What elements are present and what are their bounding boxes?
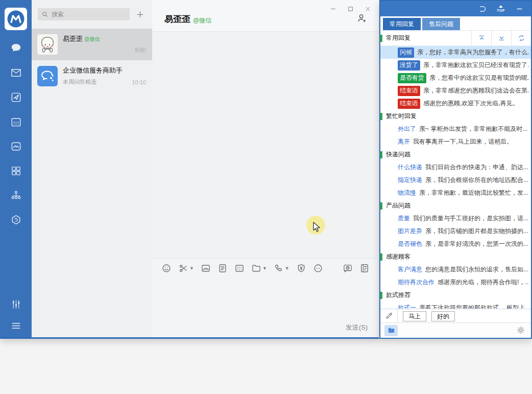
moments-icon[interactable]: [9, 140, 22, 153]
chat-title-tag: @微信: [193, 16, 211, 25]
quick-reply-item[interactable]: 期待再次合作感谢亲的光临，期待再合作啦!，...: [380, 276, 531, 289]
chevron-down-icon: ▼: [262, 266, 267, 271]
cartoon-cat-avatar: [37, 34, 58, 55]
quick-reply-item[interactable]: 外出了亲~ 掌柜外出发货，非常抱歉不能及时...: [380, 123, 531, 135]
org-chart-icon[interactable]: [9, 189, 22, 202]
calendar-icon[interactable]: [9, 115, 22, 128]
reply-label-link[interactable]: 什么快递: [398, 163, 422, 172]
group-green-bar: [380, 151, 382, 158]
image-icon[interactable]: [201, 263, 211, 273]
reply-preview-text: 我们的质量与手工很好的，是实拍图，请...: [413, 214, 528, 223]
quick-reply-item[interactable]: 指定快递亲，我们会根据你所在的地址匹配合...: [380, 174, 531, 187]
reply-preview-text: 我们目前合作的快递为：申通、韵达...: [425, 163, 528, 172]
search-input[interactable]: [38, 8, 130, 20]
pencil-icon[interactable]: [380, 309, 398, 322]
gear-icon[interactable]: [516, 325, 527, 336]
more-circle-icon[interactable]: [313, 263, 323, 273]
chat-list-item[interactable]: 易歪歪@微信 刚刚: [32, 29, 152, 60]
chat-list-panel: 易歪歪@微信 刚刚 企业微信服务商助手 本周问答精选 10:10: [32, 0, 152, 337]
apps-grid-icon[interactable]: [9, 164, 22, 177]
emoji-icon[interactable]: [161, 263, 172, 273]
magnet-pin-icon[interactable]: [476, 3, 489, 15]
reply-label-link[interactable]: 是否褪色: [398, 240, 422, 248]
refresh-icon[interactable]: [511, 31, 531, 45]
maximize-icon[interactable]: [344, 3, 356, 14]
panel-minimize-icon[interactable]: [513, 3, 526, 15]
plugin-box-icon[interactable]: [9, 213, 22, 226]
top-pin-label: TOP: [497, 9, 505, 12]
chat-bubble-icon[interactable]: [9, 41, 22, 55]
quick-reply-item[interactable]: 款式一亲看下这款跟您要的那款款式， 板型上...: [380, 302, 531, 309]
quick-reply-item[interactable]: 是否褪色亲，是非常好清洗的，您第一次洗的...: [380, 238, 531, 250]
chat-list-item[interactable]: 企业微信服务商助手 本周问答精选 10:10: [32, 60, 152, 92]
file-doc-icon[interactable]: [217, 263, 228, 273]
quick-reply-item[interactable]: 结束语感谢您的惠顾,欢迎下次光临,再见。: [380, 97, 531, 110]
chevron-down-icon: ▼: [189, 266, 194, 271]
plus-icon[interactable]: [134, 8, 146, 20]
reply-group-header[interactable]: 快递问题: [380, 148, 531, 161]
reply-label-link[interactable]: 客户满意: [398, 265, 422, 274]
reply-label-link[interactable]: 指定快递: [398, 176, 422, 184]
reply-label-link[interactable]: 图片差异: [398, 227, 422, 236]
search-field[interactable]: [52, 11, 126, 18]
yiwaiwai-logo-icon[interactable]: [5, 8, 27, 30]
reply-group-header[interactable]: 款式推荐: [380, 289, 531, 302]
chat-message-area[interactable]: [152, 32, 379, 258]
workbench-icon[interactable]: [9, 90, 22, 104]
quick-chip[interactable]: 好的: [431, 311, 455, 321]
tab-售后问题[interactable]: 售后问题: [422, 18, 460, 30]
reply-group-header[interactable]: 感谢顾客: [380, 250, 531, 263]
reply-group-header[interactable]: 产品问题: [380, 199, 531, 212]
reply-preview-text: 亲看下这款跟您要的那款款式， 板型上...: [419, 304, 529, 309]
reply-preview-text: 感谢您的惠顾,欢迎下次光临,再见。: [423, 99, 519, 108]
expand-all-icon[interactable]: [491, 31, 511, 45]
send-button[interactable]: 发送(S): [346, 323, 368, 332]
reply-preview-text: 亲，我们会根据你所在的地址匹配合...: [425, 176, 528, 184]
mouse-cursor: [313, 222, 322, 233]
mail-icon[interactable]: [9, 66, 22, 79]
quick-reply-item[interactable]: 离开我有事离开一下,马上回来，请稍后。: [380, 135, 531, 148]
reply-label-link[interactable]: 期待再次合作: [398, 278, 434, 287]
close-icon[interactable]: [361, 3, 374, 14]
message-input-area[interactable]: ▼▼▼ 发送(S): [152, 258, 379, 337]
top-pin-icon[interactable]: TOP: [494, 3, 507, 15]
quick-reply-item[interactable]: 没货了亲，非常抱歉这款宝贝已经没有现货了...: [380, 59, 531, 72]
quick-reply-item[interactable]: 问候亲，您好，非常高兴为您服务了，有什么...: [380, 46, 531, 59]
hamburger-menu-icon[interactable]: [9, 319, 22, 332]
chat-title: 易歪歪: [164, 13, 190, 25]
quick-reply-item[interactable]: 物流慢亲，非常抱歉，最近物流比较繁忙，发...: [380, 187, 531, 199]
reply-group-header[interactable]: 常用回复: [380, 31, 531, 46]
quick-chip[interactable]: 马上: [403, 311, 426, 321]
panel-tabs: 常用回复售后问题: [380, 16, 531, 31]
notes-icon[interactable]: [359, 263, 370, 273]
collapse-all-icon[interactable]: [471, 31, 491, 45]
reply-label-link[interactable]: 款式一: [398, 304, 416, 309]
quick-reply-item[interactable]: 客户满意您的满意是我们永恒的追求，售后如...: [380, 263, 531, 276]
reply-label-link[interactable]: 外出了: [398, 125, 416, 133]
reply-label-link[interactable]: 离开: [398, 137, 410, 146]
quick-chips-row: 马上好的: [380, 309, 531, 322]
quick-reply-item[interactable]: 质量我们的质量与手工很好的，是实拍图，请...: [380, 212, 531, 225]
quick-reply-item[interactable]: 结束语亲，非常感谢您的惠顾我们这边会在第...: [380, 84, 531, 97]
quick-reply-item[interactable]: 是否有货亲，您看中的这款宝贝是有现货的呢...: [380, 72, 531, 84]
quick-reply-item[interactable]: 什么快递我们目前合作的快递为：申通、韵达...: [380, 161, 531, 174]
reply-preview-text: 感谢亲的光临，期待再合作啦!，...: [438, 278, 529, 287]
folder-icon[interactable]: ▼: [251, 263, 267, 273]
filter-sliders-icon[interactable]: [9, 297, 22, 311]
reply-preview-text: 亲，非常抱歉，最近物流比较繁忙，发...: [419, 189, 528, 197]
minimize-icon[interactable]: [327, 3, 339, 14]
phone-icon[interactable]: ▼: [274, 263, 289, 273]
group-title: 感谢顾客: [386, 252, 531, 261]
reply-label-link[interactable]: 质量: [398, 214, 410, 223]
reply-group-header[interactable]: 繁忙时回复: [380, 110, 531, 123]
group-title: 产品问题: [386, 201, 531, 210]
folder-blue-icon[interactable]: [384, 325, 398, 336]
reply-label-link[interactable]: 物流慢: [398, 189, 416, 197]
quick-reply-item[interactable]: 图片差异亲，我们店铺的图片都是实物拍摄的...: [380, 225, 531, 238]
remote-grid-icon[interactable]: [234, 263, 245, 273]
tab-常用回复[interactable]: 常用回复: [383, 18, 421, 30]
person-add-icon[interactable]: [356, 13, 369, 25]
chat-history-icon[interactable]: [343, 263, 353, 273]
payment-shield-icon[interactable]: [296, 263, 306, 273]
screenshot-scissors-icon[interactable]: ▼: [178, 263, 194, 273]
